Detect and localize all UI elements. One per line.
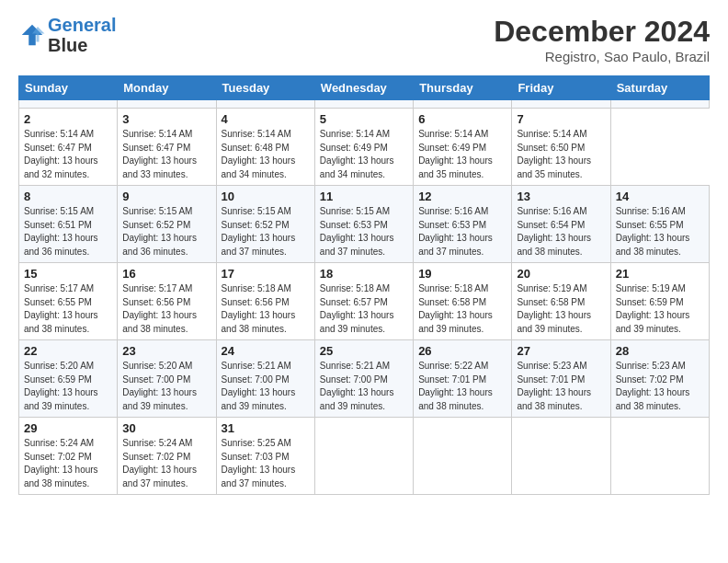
col-wednesday: Wednesday xyxy=(314,76,413,100)
day-number: 20 xyxy=(517,267,605,281)
calendar-week-1 xyxy=(19,100,710,109)
calendar-cell xyxy=(610,418,709,495)
col-tuesday: Tuesday xyxy=(216,76,314,100)
day-info: Sunrise: 5:14 AMSunset: 6:48 PMDaylight:… xyxy=(222,129,296,179)
day-info: Sunrise: 5:14 AMSunset: 6:50 PMDaylight:… xyxy=(517,129,591,179)
day-info: Sunrise: 5:21 AMSunset: 7:00 PMDaylight:… xyxy=(320,361,394,411)
day-info: Sunrise: 5:24 AMSunset: 7:02 PMDaylight:… xyxy=(122,438,197,488)
day-number: 29 xyxy=(24,421,112,435)
day-number: 19 xyxy=(418,267,506,281)
calendar-cell xyxy=(216,100,314,109)
calendar-cell: 10 Sunrise: 5:15 AMSunset: 6:52 PMDaylig… xyxy=(216,186,314,263)
day-info: Sunrise: 5:18 AMSunset: 6:58 PMDaylight:… xyxy=(418,283,493,334)
col-monday: Monday xyxy=(118,76,216,100)
day-number: 5 xyxy=(320,112,408,126)
calendar-cell: 25 Sunrise: 5:21 AMSunset: 7:00 PMDaylig… xyxy=(314,340,413,418)
calendar-cell: 12 Sunrise: 5:16 AMSunset: 6:53 PMDaylig… xyxy=(414,186,512,263)
calendar-cell: 16 Sunrise: 5:17 AMSunset: 6:56 PMDaylig… xyxy=(118,263,216,340)
calendar-cell: 20 Sunrise: 5:19 AMSunset: 6:58 PMDaylig… xyxy=(512,263,610,340)
calendar-cell xyxy=(512,100,610,109)
calendar-cell: 28 Sunrise: 5:23 AMSunset: 7:02 PMDaylig… xyxy=(610,340,709,418)
day-info: Sunrise: 5:17 AMSunset: 6:55 PMDaylight:… xyxy=(24,283,98,334)
col-friday: Friday xyxy=(512,76,610,100)
calendar-cell: 22 Sunrise: 5:20 AMSunset: 6:59 PMDaylig… xyxy=(19,340,118,418)
calendar-cell: 3 Sunrise: 5:14 AMSunset: 6:47 PMDayligh… xyxy=(118,109,216,186)
day-number: 27 xyxy=(517,344,605,358)
calendar-cell xyxy=(610,100,709,109)
page-container: GeneralBlue December 2024 Registro, Sao … xyxy=(0,0,728,504)
day-number: 11 xyxy=(320,190,408,203)
calendar-week-2: 2 Sunrise: 5:14 AMSunset: 6:47 PMDayligh… xyxy=(19,109,710,186)
calendar-cell: 14 Sunrise: 5:16 AMSunset: 6:55 PMDaylig… xyxy=(610,186,709,263)
calendar-cell: 19 Sunrise: 5:18 AMSunset: 6:58 PMDaylig… xyxy=(414,263,512,340)
calendar-cell: 26 Sunrise: 5:22 AMSunset: 7:01 PMDaylig… xyxy=(414,340,512,418)
header: GeneralBlue December 2024 Registro, Sao … xyxy=(18,15,710,64)
day-number: 4 xyxy=(222,112,310,126)
calendar-cell: 9 Sunrise: 5:15 AMSunset: 6:52 PMDayligh… xyxy=(118,186,216,263)
calendar-cell: 15 Sunrise: 5:17 AMSunset: 6:55 PMDaylig… xyxy=(19,263,118,340)
col-thursday: Thursday xyxy=(414,76,512,100)
title-block: December 2024 Registro, Sao Paulo, Brazi… xyxy=(494,15,710,64)
month-title: December 2024 xyxy=(494,15,710,49)
day-info: Sunrise: 5:22 AMSunset: 7:01 PMDaylight:… xyxy=(418,361,493,411)
day-number: 18 xyxy=(320,267,408,281)
calendar-cell: 8 Sunrise: 5:15 AMSunset: 6:51 PMDayligh… xyxy=(19,186,118,263)
calendar-cell: 23 Sunrise: 5:20 AMSunset: 7:00 PMDaylig… xyxy=(118,340,216,418)
day-number: 24 xyxy=(222,344,310,358)
day-info: Sunrise: 5:14 AMSunset: 6:49 PMDaylight:… xyxy=(320,129,394,179)
calendar-week-6: 29 Sunrise: 5:24 AMSunset: 7:02 PMDaylig… xyxy=(19,418,710,495)
day-info: Sunrise: 5:16 AMSunset: 6:55 PMDaylight:… xyxy=(616,206,690,257)
day-info: Sunrise: 5:18 AMSunset: 6:57 PMDaylight:… xyxy=(320,283,394,334)
calendar-week-4: 15 Sunrise: 5:17 AMSunset: 6:55 PMDaylig… xyxy=(19,263,710,340)
day-info: Sunrise: 5:16 AMSunset: 6:53 PMDaylight:… xyxy=(418,206,493,257)
day-number: 31 xyxy=(222,421,310,435)
day-number: 14 xyxy=(616,190,704,203)
logo-icon xyxy=(18,21,46,49)
header-row: Sunday Monday Tuesday Wednesday Thursday… xyxy=(19,76,710,100)
day-info: Sunrise: 5:20 AMSunset: 7:00 PMDaylight:… xyxy=(122,361,197,411)
calendar-table: Sunday Monday Tuesday Wednesday Thursday… xyxy=(18,75,710,495)
logo-name: GeneralBlue xyxy=(48,15,116,55)
calendar-header: Sunday Monday Tuesday Wednesday Thursday… xyxy=(19,76,710,100)
day-info: Sunrise: 5:15 AMSunset: 6:52 PMDaylight:… xyxy=(222,206,296,257)
day-number: 23 xyxy=(122,344,210,358)
day-number: 10 xyxy=(222,190,310,203)
calendar-cell xyxy=(314,100,413,109)
day-info: Sunrise: 5:14 AMSunset: 6:49 PMDaylight:… xyxy=(418,129,493,179)
day-info: Sunrise: 5:25 AMSunset: 7:03 PMDaylight:… xyxy=(222,438,296,488)
calendar-body: 2 Sunrise: 5:14 AMSunset: 6:47 PMDayligh… xyxy=(19,100,710,495)
calendar-cell xyxy=(118,100,216,109)
day-number: 9 xyxy=(122,190,210,203)
day-number: 7 xyxy=(517,112,605,126)
day-number: 22 xyxy=(24,344,112,358)
day-number: 3 xyxy=(122,112,210,126)
day-info: Sunrise: 5:14 AMSunset: 6:47 PMDaylight:… xyxy=(122,129,197,179)
day-info: Sunrise: 5:15 AMSunset: 6:52 PMDaylight:… xyxy=(122,206,197,257)
day-info: Sunrise: 5:15 AMSunset: 6:53 PMDaylight:… xyxy=(320,206,394,257)
day-info: Sunrise: 5:23 AMSunset: 7:01 PMDaylight:… xyxy=(517,361,591,411)
calendar-cell: 18 Sunrise: 5:18 AMSunset: 6:57 PMDaylig… xyxy=(314,263,413,340)
calendar-cell: 11 Sunrise: 5:15 AMSunset: 6:53 PMDaylig… xyxy=(314,186,413,263)
calendar-cell: 31 Sunrise: 5:25 AMSunset: 7:03 PMDaylig… xyxy=(216,418,314,495)
day-info: Sunrise: 5:14 AMSunset: 6:47 PMDaylight:… xyxy=(24,129,98,179)
day-number: 13 xyxy=(517,190,605,203)
day-info: Sunrise: 5:15 AMSunset: 6:51 PMDaylight:… xyxy=(24,206,98,257)
calendar-cell xyxy=(512,418,610,495)
calendar-cell: 30 Sunrise: 5:24 AMSunset: 7:02 PMDaylig… xyxy=(118,418,216,495)
calendar-cell xyxy=(19,100,118,109)
calendar-cell: 21 Sunrise: 5:19 AMSunset: 6:59 PMDaylig… xyxy=(610,263,709,340)
calendar-cell: 6 Sunrise: 5:14 AMSunset: 6:49 PMDayligh… xyxy=(414,109,512,186)
day-number: 2 xyxy=(24,112,112,126)
calendar-cell: 24 Sunrise: 5:21 AMSunset: 7:00 PMDaylig… xyxy=(216,340,314,418)
day-info: Sunrise: 5:19 AMSunset: 6:59 PMDaylight:… xyxy=(616,283,690,334)
day-number: 30 xyxy=(122,421,210,435)
calendar-cell: 2 Sunrise: 5:14 AMSunset: 6:47 PMDayligh… xyxy=(19,109,118,186)
day-number: 15 xyxy=(24,267,112,281)
logo: GeneralBlue xyxy=(18,15,116,55)
day-info: Sunrise: 5:20 AMSunset: 6:59 PMDaylight:… xyxy=(24,361,98,411)
day-info: Sunrise: 5:19 AMSunset: 6:58 PMDaylight:… xyxy=(517,283,591,334)
day-info: Sunrise: 5:23 AMSunset: 7:02 PMDaylight:… xyxy=(616,361,690,411)
col-saturday: Saturday xyxy=(610,76,709,100)
day-info: Sunrise: 5:18 AMSunset: 6:56 PMDaylight:… xyxy=(222,283,296,334)
calendar-cell: 29 Sunrise: 5:24 AMSunset: 7:02 PMDaylig… xyxy=(19,418,118,495)
